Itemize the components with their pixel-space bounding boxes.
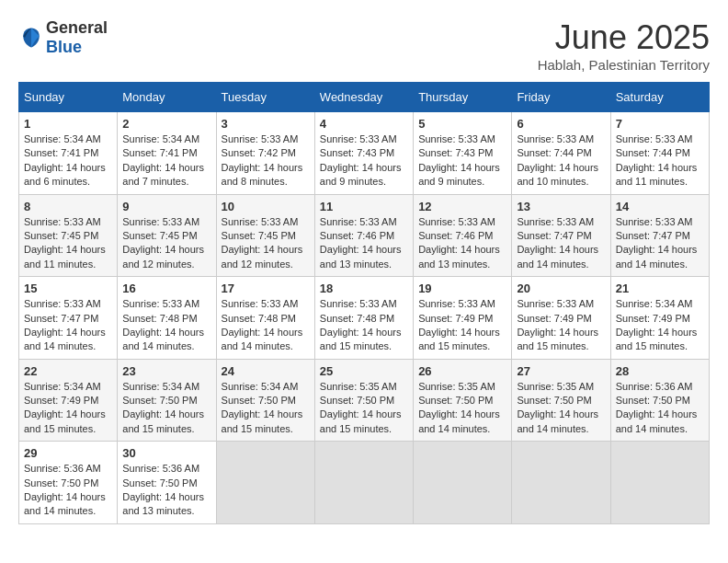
calendar-cell: 16Sunrise: 5:33 AMSunset: 7:48 PMDayligh…: [118, 277, 216, 360]
header-wednesday: Wednesday: [314, 83, 413, 112]
logo: General Blue: [18, 18, 108, 57]
day-info: Sunrise: 5:33 AMSunset: 7:45 PMDaylight:…: [222, 215, 310, 272]
day-number: 21: [616, 282, 704, 295]
calendar-table: Sunday Monday Tuesday Wednesday Thursday…: [18, 82, 710, 524]
day-number: 28: [616, 364, 704, 378]
day-number: 11: [320, 200, 408, 213]
day-info: Sunrise: 5:35 AMSunset: 7:50 PMDaylight:…: [320, 380, 408, 437]
calendar-cell: 1Sunrise: 5:34 AMSunset: 7:41 PMDaylight…: [19, 112, 118, 195]
calendar-cell: 21Sunrise: 5:34 AMSunset: 7:49 PMDayligh…: [610, 277, 709, 360]
day-number: 8: [24, 200, 112, 213]
day-info: Sunrise: 5:33 AMSunset: 7:43 PMDaylight:…: [418, 132, 506, 190]
calendar-cell: 9Sunrise: 5:33 AMSunset: 7:45 PMDaylight…: [118, 194, 216, 277]
day-info: Sunrise: 5:33 AMSunset: 7:48 PMDaylight:…: [122, 297, 210, 354]
header-friday: Friday: [512, 83, 610, 112]
day-info: Sunrise: 5:33 AMSunset: 7:48 PMDaylight:…: [222, 297, 310, 354]
day-info: Sunrise: 5:34 AMSunset: 7:50 PMDaylight:…: [122, 380, 210, 437]
day-number: 25: [320, 364, 408, 378]
page-header: General Blue June 2025 Hablah, Palestini…: [18, 18, 710, 73]
calendar-cell: 20Sunrise: 5:33 AMSunset: 7:49 PMDayligh…: [512, 277, 610, 360]
day-info: Sunrise: 5:33 AMSunset: 7:42 PMDaylight:…: [222, 132, 310, 190]
day-info: Sunrise: 5:34 AMSunset: 7:50 PMDaylight:…: [222, 380, 310, 437]
day-info: Sunrise: 5:34 AMSunset: 7:49 PMDaylight:…: [24, 380, 112, 437]
day-number: 20: [517, 282, 605, 295]
calendar-cell: 29Sunrise: 5:36 AMSunset: 7:50 PMDayligh…: [19, 442, 118, 524]
header-tuesday: Tuesday: [216, 83, 314, 112]
calendar-cell: [610, 442, 709, 524]
calendar-cell: [414, 442, 512, 524]
logo-blue-text: Blue: [46, 38, 108, 57]
day-info: Sunrise: 5:33 AMSunset: 7:46 PMDaylight:…: [320, 215, 408, 272]
calendar-cell: 14Sunrise: 5:33 AMSunset: 7:47 PMDayligh…: [610, 194, 709, 277]
day-number: 4: [320, 117, 408, 131]
calendar-cell: 7Sunrise: 5:33 AMSunset: 7:44 PMDaylight…: [610, 112, 709, 195]
calendar-week-row: 8Sunrise: 5:33 AMSunset: 7:45 PMDaylight…: [19, 194, 710, 277]
calendar-cell: 26Sunrise: 5:35 AMSunset: 7:50 PMDayligh…: [414, 359, 512, 442]
calendar-cell: 18Sunrise: 5:33 AMSunset: 7:48 PMDayligh…: [314, 277, 413, 360]
day-info: Sunrise: 5:33 AMSunset: 7:47 PMDaylight:…: [616, 215, 704, 272]
day-number: 12: [418, 200, 506, 213]
day-number: 26: [418, 364, 506, 378]
day-number: 29: [24, 446, 112, 460]
day-number: 15: [24, 282, 112, 295]
calendar-cell: 13Sunrise: 5:33 AMSunset: 7:47 PMDayligh…: [512, 194, 610, 277]
day-info: Sunrise: 5:33 AMSunset: 7:49 PMDaylight:…: [418, 297, 506, 354]
day-info: Sunrise: 5:33 AMSunset: 7:48 PMDaylight:…: [320, 297, 408, 354]
day-number: 23: [122, 364, 210, 378]
month-year-title: June 2025: [538, 18, 710, 57]
day-info: Sunrise: 5:33 AMSunset: 7:47 PMDaylight:…: [24, 297, 112, 354]
header-thursday: Thursday: [414, 83, 512, 112]
logo-general-text: General: [46, 18, 108, 38]
calendar-cell: 30Sunrise: 5:36 AMSunset: 7:50 PMDayligh…: [118, 442, 216, 524]
calendar-week-row: 1Sunrise: 5:34 AMSunset: 7:41 PMDaylight…: [19, 112, 710, 195]
calendar-cell: [216, 442, 314, 524]
day-info: Sunrise: 5:33 AMSunset: 7:43 PMDaylight:…: [320, 132, 408, 190]
day-info: Sunrise: 5:35 AMSunset: 7:50 PMDaylight:…: [418, 380, 506, 437]
calendar-cell: 23Sunrise: 5:34 AMSunset: 7:50 PMDayligh…: [118, 359, 216, 442]
calendar-header-row: Sunday Monday Tuesday Wednesday Thursday…: [19, 83, 710, 112]
calendar-cell: 12Sunrise: 5:33 AMSunset: 7:46 PMDayligh…: [414, 194, 512, 277]
day-info: Sunrise: 5:36 AMSunset: 7:50 PMDaylight:…: [122, 462, 210, 519]
day-info: Sunrise: 5:36 AMSunset: 7:50 PMDaylight:…: [24, 462, 112, 519]
day-info: Sunrise: 5:33 AMSunset: 7:44 PMDaylight:…: [517, 132, 605, 190]
calendar-week-row: 22Sunrise: 5:34 AMSunset: 7:49 PMDayligh…: [19, 359, 710, 442]
day-number: 5: [418, 117, 506, 131]
day-info: Sunrise: 5:33 AMSunset: 7:45 PMDaylight:…: [24, 215, 112, 272]
day-number: 2: [122, 117, 210, 131]
location-subtitle: Hablah, Palestinian Territory: [538, 57, 710, 73]
calendar-cell: 15Sunrise: 5:33 AMSunset: 7:47 PMDayligh…: [19, 277, 118, 360]
day-number: 19: [418, 282, 506, 295]
logo-icon: [18, 25, 44, 51]
calendar-cell: 28Sunrise: 5:36 AMSunset: 7:50 PMDayligh…: [610, 359, 709, 442]
day-number: 6: [517, 117, 605, 131]
day-number: 3: [222, 117, 310, 131]
day-info: Sunrise: 5:34 AMSunset: 7:41 PMDaylight:…: [122, 132, 210, 190]
title-section: June 2025 Hablah, Palestinian Territory: [538, 18, 710, 73]
day-number: 10: [222, 200, 310, 213]
day-number: 17: [222, 282, 310, 295]
calendar-cell: 2Sunrise: 5:34 AMSunset: 7:41 PMDaylight…: [118, 112, 216, 195]
calendar-cell: 8Sunrise: 5:33 AMSunset: 7:45 PMDaylight…: [19, 194, 118, 277]
day-info: Sunrise: 5:35 AMSunset: 7:50 PMDaylight:…: [517, 380, 605, 437]
day-info: Sunrise: 5:33 AMSunset: 7:46 PMDaylight:…: [418, 215, 506, 272]
day-number: 18: [320, 282, 408, 295]
day-number: 14: [616, 200, 704, 213]
day-info: Sunrise: 5:33 AMSunset: 7:44 PMDaylight:…: [616, 132, 704, 190]
calendar-cell: 24Sunrise: 5:34 AMSunset: 7:50 PMDayligh…: [216, 359, 314, 442]
day-number: 7: [616, 117, 704, 131]
day-info: Sunrise: 5:33 AMSunset: 7:49 PMDaylight:…: [517, 297, 605, 354]
day-number: 27: [517, 364, 605, 378]
calendar-cell: 6Sunrise: 5:33 AMSunset: 7:44 PMDaylight…: [512, 112, 610, 195]
day-number: 1: [24, 117, 112, 131]
calendar-cell: 25Sunrise: 5:35 AMSunset: 7:50 PMDayligh…: [314, 359, 413, 442]
day-number: 16: [122, 282, 210, 295]
header-monday: Monday: [118, 83, 216, 112]
calendar-week-row: 29Sunrise: 5:36 AMSunset: 7:50 PMDayligh…: [19, 442, 710, 524]
day-info: Sunrise: 5:33 AMSunset: 7:45 PMDaylight:…: [122, 215, 210, 272]
calendar-cell: 22Sunrise: 5:34 AMSunset: 7:49 PMDayligh…: [19, 359, 118, 442]
day-number: 13: [517, 200, 605, 213]
calendar-cell: 5Sunrise: 5:33 AMSunset: 7:43 PMDaylight…: [414, 112, 512, 195]
day-number: 24: [222, 364, 310, 378]
calendar-cell: 11Sunrise: 5:33 AMSunset: 7:46 PMDayligh…: [314, 194, 413, 277]
calendar-cell: [512, 442, 610, 524]
